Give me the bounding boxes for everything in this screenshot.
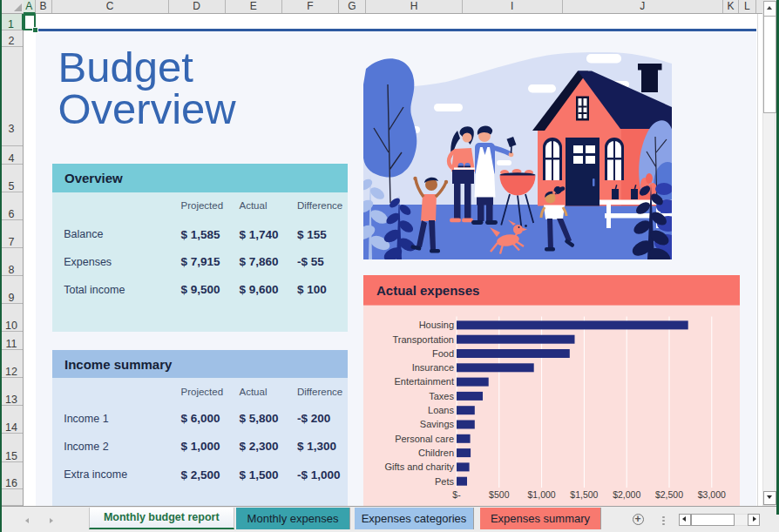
svg-text:Housing: Housing <box>419 320 454 330</box>
svg-text:Children: Children <box>418 447 454 457</box>
svg-text:Taxes: Taxes <box>429 390 454 401</box>
svg-text:Insurance: Insurance <box>412 362 454 373</box>
svg-text:$3,000: $3,000 <box>698 489 726 500</box>
svg-text:$2,000: $2,000 <box>613 489 640 500</box>
svg-text:$500: $500 <box>489 489 510 500</box>
svg-text:$1,000: $1,000 <box>528 489 556 500</box>
svg-text:$-: $- <box>452 489 461 500</box>
svg-text:Actual expenses: Actual expenses <box>376 283 479 298</box>
svg-text:$1,500: $1,500 <box>570 489 598 500</box>
svg-text:Savings: Savings <box>420 419 455 429</box>
svg-text:Pets: Pets <box>435 475 455 486</box>
svg-text:$2,500: $2,500 <box>655 489 683 500</box>
svg-text:Personal care: Personal care <box>395 433 454 443</box>
svg-text:Food: Food <box>432 347 454 358</box>
svg-text:Entertainment: Entertainment <box>395 376 454 387</box>
svg-text:Gifts and charity: Gifts and charity <box>385 461 455 472</box>
svg-text:Transportation: Transportation <box>392 333 454 344</box>
svg-text:Loans: Loans <box>428 405 454 415</box>
